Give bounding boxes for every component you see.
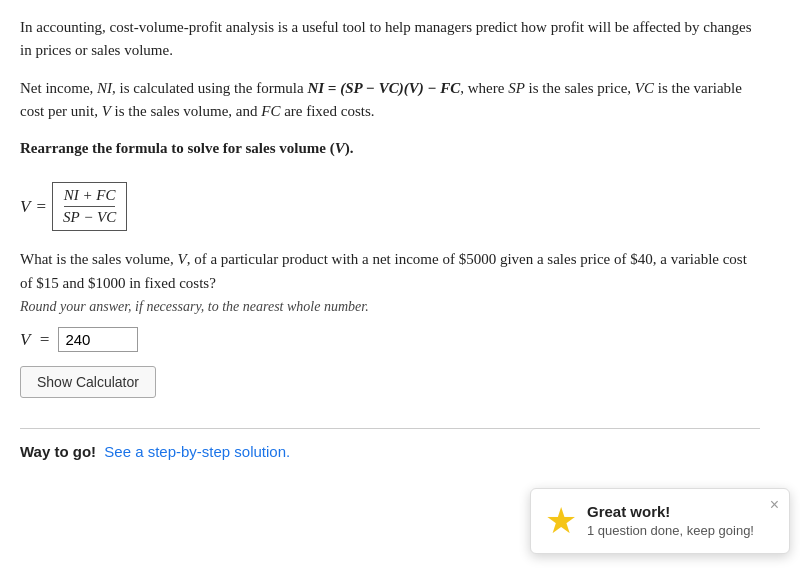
show-calculator-button[interactable]: Show Calculator [20, 366, 156, 398]
formula-lhs: V [20, 197, 30, 217]
where-text: , where [460, 80, 508, 96]
rearrange-end: ). [345, 140, 354, 156]
formula-block: V = NI + FC SP − VC [20, 182, 127, 231]
fc-symbol: FC [261, 103, 280, 119]
question-text: What is the sales volume, V, of a partic… [20, 247, 760, 295]
toast-star-icon: ★ [545, 503, 577, 539]
answer-label: V [20, 330, 30, 350]
toast-close-button[interactable]: × [770, 497, 779, 513]
v-symbol: V [102, 103, 111, 119]
fixed-costs-text: are fixed costs. [280, 103, 374, 119]
rearrange-v: V [335, 140, 345, 156]
intro-para2: Net income, NI, is calculated using the … [20, 77, 760, 124]
sales-volume-text: is the sales volume, and [111, 103, 261, 119]
formula-mid-text: , is calculated using the formula [112, 80, 307, 96]
ni-prefix: Net income, [20, 80, 97, 96]
toast-title: Great work! [587, 503, 773, 520]
toast-body: Great work! 1 question done, keep going! [587, 503, 773, 538]
answer-input[interactable] [58, 327, 138, 352]
fraction-box: NI + FC SP − VC [52, 182, 127, 231]
step-by-step-link[interactable]: See a step-by-step solution. [104, 443, 290, 460]
ni-symbol: NI [97, 80, 112, 96]
answer-row: V = [20, 327, 760, 352]
q-prefix: What is the sales volume, [20, 251, 177, 267]
rearrange-instruction: Rearrange the formula to solve for sales… [20, 137, 760, 160]
sp-symbol: SP [508, 80, 525, 96]
rearrange-label: Rearrange the formula to solve for sales… [20, 140, 335, 156]
way-to-go-text: Way to go! [20, 443, 96, 460]
sales-price-text: is the sales price, [525, 80, 635, 96]
fraction-numerator: NI + FC [64, 187, 116, 207]
formula-equals: = [36, 197, 46, 217]
toast-subtitle: 1 question done, keep going! [587, 523, 773, 538]
fraction-denominator: SP − VC [63, 209, 116, 226]
toast-notification: ★ Great work! 1 question done, keep goin… [530, 488, 790, 554]
intro-text1: In accounting, cost-volume-profit analys… [20, 19, 752, 58]
vc-symbol: VC [635, 80, 654, 96]
q-v: V [177, 251, 186, 267]
question-section: What is the sales volume, V, of a partic… [20, 247, 760, 315]
divider [20, 428, 760, 429]
main-formula: NI = (SP − VC)(V) − FC [307, 80, 460, 96]
answer-equals: = [34, 330, 54, 350]
round-note: Round your answer, if necessary, to the … [20, 299, 760, 315]
main-content: In accounting, cost-volume-profit analys… [0, 0, 780, 480]
intro-para1: In accounting, cost-volume-profit analys… [20, 16, 760, 63]
result-row: Way to go! See a step-by-step solution. [20, 443, 760, 460]
